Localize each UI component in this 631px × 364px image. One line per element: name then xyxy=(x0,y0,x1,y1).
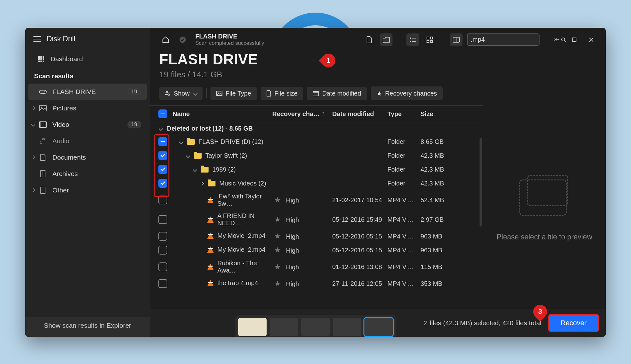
taskbar-thumb[interactable] xyxy=(333,318,361,336)
row-recovery: ★ High xyxy=(272,215,332,224)
svg-rect-33 xyxy=(313,91,319,96)
svg-rect-18 xyxy=(430,40,433,43)
archive-icon xyxy=(39,171,47,177)
breadcrumb-title: FLASH DRIVE xyxy=(195,33,264,40)
file-row[interactable]: Rubikon - The Awa…★ High01-12-2016 13:08… xyxy=(150,257,483,277)
row-checkbox[interactable] xyxy=(154,165,171,174)
taskbar-thumbnails xyxy=(235,315,396,337)
taskbar-thumb[interactable] xyxy=(270,318,298,336)
clear-search-icon[interactable]: ✕ xyxy=(554,37,558,43)
select-all-checkbox[interactable] xyxy=(154,109,171,118)
column-recovery[interactable]: Recovery cha…↑ xyxy=(272,110,332,118)
row-type: Folder xyxy=(387,152,421,159)
column-type[interactable]: Type xyxy=(387,110,421,118)
vlc-icon xyxy=(207,264,214,270)
folder-view-icon[interactable] xyxy=(380,33,392,46)
sidebar-item-other[interactable]: Other xyxy=(25,182,150,198)
sidebar-item-archives[interactable]: Archives xyxy=(25,166,150,182)
app-title: Disk Drill xyxy=(47,35,75,43)
file-type-filter[interactable]: File Type xyxy=(210,87,257,100)
row-name: Music Videos (2) xyxy=(171,179,272,187)
vlc-icon xyxy=(207,197,214,203)
file-row[interactable]: My Movie_2.mp4★ High05-12-2016 05:15MP4 … xyxy=(150,243,483,257)
close-button[interactable] xyxy=(584,33,599,46)
folder-row[interactable]: 1989 (2)Folder42.3 MB xyxy=(150,162,483,176)
video-icon xyxy=(39,121,47,128)
sidebar-item-pictures[interactable]: Pictures xyxy=(25,100,150,116)
svg-rect-9 xyxy=(41,187,45,193)
home-icon[interactable] xyxy=(159,33,172,46)
sliders-icon xyxy=(165,91,171,96)
row-checkbox[interactable] xyxy=(154,279,171,288)
row-type: Folder xyxy=(387,180,421,187)
grid-view-icon[interactable] xyxy=(423,33,436,46)
folder-row[interactable]: Taylor Swift (2)Folder42.3 MB xyxy=(150,149,483,162)
search-input[interactable] xyxy=(471,36,551,43)
sort-asc-icon: ↑ xyxy=(321,110,325,117)
sidebar-item-flash-drive[interactable]: FLASH DRIVE 19 xyxy=(28,84,147,100)
row-checkbox[interactable] xyxy=(154,196,171,204)
file-row[interactable]: A FRIEND IN NEED…★ High05-12-2016 15:49M… xyxy=(150,210,483,229)
row-date: 27-11-2016 12:05 xyxy=(332,280,387,287)
sidebar-item-audio[interactable]: Audio xyxy=(25,133,150,149)
file-icon[interactable] xyxy=(363,33,375,46)
row-checkbox[interactable] xyxy=(154,179,171,188)
show-in-explorer-button[interactable]: Show scan results in Explorer xyxy=(25,317,150,337)
column-size[interactable]: Size xyxy=(421,110,455,118)
group-header-row[interactable]: Deleted or lost (12) - 8.65 GB xyxy=(150,122,483,135)
row-checkbox[interactable] xyxy=(154,137,171,146)
column-name[interactable]: Name xyxy=(171,110,272,118)
sidebar: Disk Drill Dashboard Scan results FLASH … xyxy=(25,28,150,337)
svg-rect-2 xyxy=(39,105,46,111)
star-icon: ★ xyxy=(274,262,281,271)
file-row[interactable]: My Movie_2.mp4★ High05-12-2016 05:15MP4 … xyxy=(150,229,483,243)
row-checkbox[interactable] xyxy=(154,151,171,160)
sidebar-badge: 19 xyxy=(127,88,141,96)
row-name: My Movie_2.mp4 xyxy=(171,246,272,255)
menu-icon[interactable] xyxy=(33,36,41,42)
show-filter-button[interactable]: Show xyxy=(159,87,203,100)
row-checkbox[interactable] xyxy=(154,246,171,255)
main-panel: FLASH DRIVE Scan completed successfully … xyxy=(150,28,606,337)
file-icon xyxy=(266,90,271,97)
picture-icon xyxy=(39,105,47,111)
file-row[interactable]: 'Ew!' with Taylor Sw…★ High21-02-2017 10… xyxy=(150,190,483,210)
maximize-button[interactable] xyxy=(567,33,582,46)
sidebar-item-label: Pictures xyxy=(52,104,76,112)
taskbar-thumb[interactable] xyxy=(238,318,267,336)
row-checkbox[interactable] xyxy=(154,262,171,271)
breadcrumb: FLASH DRIVE Scan completed successfully xyxy=(195,33,264,46)
row-size: 42.3 MB xyxy=(421,166,455,173)
date-modified-filter[interactable]: Date modified xyxy=(307,87,367,100)
taskbar-thumb[interactable] xyxy=(301,318,330,336)
chevron-down-icon xyxy=(31,122,35,127)
sidebar-dashboard[interactable]: Dashboard xyxy=(25,51,150,67)
list-view-icon[interactable] xyxy=(406,33,419,46)
vlc-icon xyxy=(207,246,214,253)
folder-row[interactable]: Music Videos (2)Folder42.3 MB xyxy=(150,176,483,190)
recover-button[interactable]: Recover xyxy=(548,314,599,332)
search-icon[interactable] xyxy=(561,37,566,43)
sidebar-item-label: Other xyxy=(52,186,69,194)
folder-row[interactable]: FLASH DRIVE (D) (12)Folder8.65 GB xyxy=(150,135,483,149)
row-checkbox[interactable] xyxy=(154,232,171,241)
calendar-icon xyxy=(313,91,319,96)
row-type: MP4 Vi… xyxy=(387,233,421,240)
folder-icon xyxy=(201,167,209,173)
search-box[interactable]: ✕ xyxy=(467,33,540,46)
column-date[interactable]: Date modified xyxy=(332,110,387,118)
sidebar-item-documents[interactable]: Documents xyxy=(25,149,150,166)
scrollbar[interactable] xyxy=(480,138,482,226)
row-checkbox[interactable] xyxy=(154,215,171,224)
panel-toggle-icon[interactable] xyxy=(450,33,463,46)
taskbar-thumb-active[interactable] xyxy=(364,318,393,336)
divider xyxy=(206,88,207,98)
row-size: 8.65 GB xyxy=(421,138,455,145)
sidebar-item-video[interactable]: Video 19 xyxy=(25,116,150,133)
audio-icon xyxy=(39,138,47,144)
recovery-chances-filter[interactable]: ★ Recovery chances xyxy=(371,86,443,100)
row-size: 353 MB xyxy=(421,280,455,287)
other-icon xyxy=(39,187,47,193)
file-row[interactable]: the trap 4.mp4★ High27-11-2016 12:05MP4 … xyxy=(150,277,483,291)
file-size-filter[interactable]: File size xyxy=(261,87,303,100)
